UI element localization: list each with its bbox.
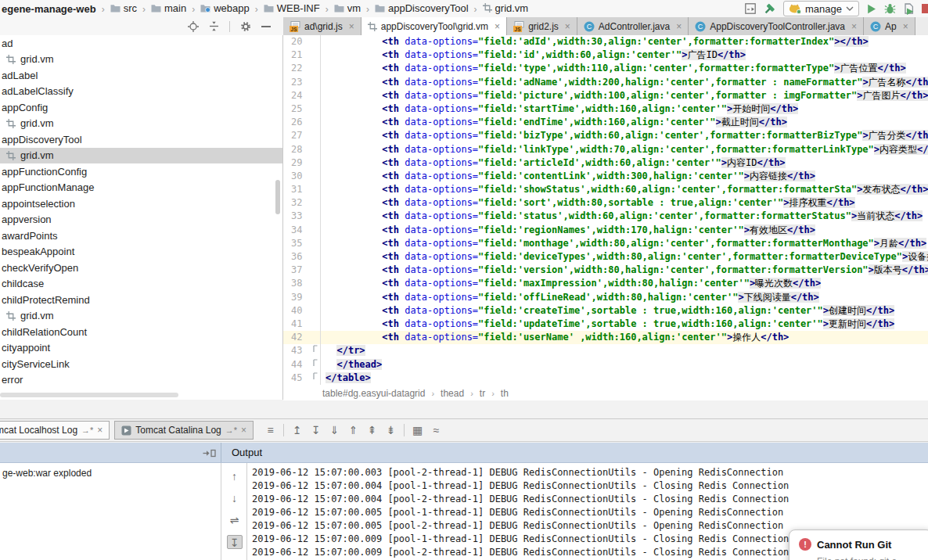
table-view-icon[interactable]: ▦ [412,424,423,436]
code-line[interactable]: 36 <th data-options="field:'deviceTypes'… [283,250,928,264]
tree-item-cityservicelink[interactable]: cityServiceLink [0,356,282,372]
stop-icon[interactable] [922,4,928,13]
code-line[interactable]: 40 <th data-options="field:'createTime',… [283,304,928,318]
editor-breadcrumb-item[interactable]: tr [480,388,485,399]
collapse-all-icon[interactable] [209,21,219,31]
code-line[interactable]: 28 <th data-options="field:'linkType',wi… [283,143,928,156]
run-icon[interactable] [867,4,876,14]
tree-item-adlabelclassify[interactable]: adLabelClassify [0,84,282,100]
tree-item-awardpoints[interactable]: awardPoints [0,228,282,244]
code-line[interactable]: 31 <th data-options="field:'showStatus',… [283,183,928,196]
run-panel-icon[interactable] [745,3,756,14]
tree-item-childrelationcount[interactable]: childRelationCount [0,324,282,340]
editor-tab[interactable]: JSad\grid.js× [283,17,361,35]
code-line[interactable]: 21 <th data-options="field:'id',width:60… [283,48,928,62]
tree-horizontal-scrollbar[interactable] [0,393,178,397]
soft-wraps-icon[interactable]: ≈ [430,424,442,436]
code-line[interactable]: 42 <th data-options="field:'userName' ,w… [283,331,928,344]
deploy-artifacts-panel[interactable]: ge-web:war exploded [0,463,221,560]
breadcrumb-item[interactable]: appDiscoveryTool [375,2,469,14]
fold-marker[interactable] [310,358,321,372]
editor-tab[interactable]: CAp× [864,17,915,35]
close-icon[interactable]: × [349,21,354,32]
code-line[interactable]: 20 <th data-options="field:'adId',width:… [283,35,928,48]
code-line[interactable]: 39 <th data-options="field:'offLineRead'… [283,291,928,304]
breadcrumb-item[interactable]: src [110,2,137,14]
code-line[interactable]: 37 <th data-options="field:'version',wid… [283,264,928,277]
editor-tab[interactable]: CAdController.java× [577,17,689,35]
code-line[interactable]: 27 <th data-options="field:'bizType',wid… [283,129,928,142]
tree-item-grid-vm[interactable]: grid.vm [0,308,282,325]
prev-occurrence-icon[interactable]: ↥ [291,424,303,436]
build-hammer-icon[interactable] [764,3,775,15]
soft-wrap-icon[interactable]: ⇌ [227,513,243,527]
locate-icon[interactable] [188,21,199,32]
hide-panel-icon[interactable] [261,22,271,31]
tree-vertical-scrollbar[interactable] [275,180,280,214]
code-line[interactable]: 34 <th data-options="field:'regionNames'… [283,224,928,237]
close-icon[interactable]: × [565,21,570,32]
tool-window-tab[interactable]: mcat Localhost Log→*× [0,421,110,440]
tree-item-cityappoint[interactable]: cityappoint [0,340,282,357]
fold-marker[interactable] [310,344,321,357]
tree-item-appfunctionconfig[interactable]: appFunctionConfig [0,163,282,180]
tool-window-tab[interactable]: Tomcat Catalina Log→*× [114,421,254,440]
breadcrumb-item[interactable]: WEB-INF [264,2,320,14]
close-icon[interactable]: × [903,21,908,32]
editor-tab[interactable]: appDiscoveryTool\grid.vm× [361,17,507,35]
close-icon[interactable]: × [851,21,857,32]
settings-gear-icon[interactable] [240,21,251,32]
code-line[interactable]: 32 <th data-options="field:'sort',width:… [283,196,928,210]
editor-breadcrumb-item[interactable]: thead [441,388,464,399]
code-line[interactable]: 41 <th data-options="field:'updateTime',… [283,318,928,331]
scroll-up-icon[interactable]: ↑ [227,469,243,483]
tree-item-childprotectremind[interactable]: childProtectRemind [0,292,282,308]
tree-item-error[interactable]: error [0,372,282,389]
close-icon[interactable]: × [495,21,500,32]
editor-tab[interactable]: CAppDiscoveryToolController.java× [689,17,864,35]
notification-popup[interactable]: ! Cannot Run Git File not found: git e [789,529,928,560]
code-line[interactable]: 26 <th data-options="field:'endTime',wid… [283,116,928,129]
close-icon[interactable]: × [676,21,682,32]
breadcrumb-item[interactable]: egene-manage-web [2,3,96,15]
code-line[interactable]: 33 <th data-options="field:'status',widt… [283,210,928,223]
tree-item-appconfig[interactable]: appConfig [0,99,282,116]
debug-icon[interactable] [884,3,896,14]
tree-item-adlabel[interactable]: adLabel [0,67,282,84]
code-line[interactable]: 29 <th data-options="field:'articleId',w… [283,156,928,170]
tree-item-grid-vm[interactable]: grid.vm [0,52,282,68]
code-line[interactable]: 35 <th data-options="field:'monthage',wi… [283,237,928,250]
coverage-icon[interactable] [904,3,914,15]
editor-breadcrumb-item[interactable]: th [501,388,509,399]
code-editor[interactable]: 20 <th data-options="field:'adId',width:… [283,35,928,386]
code-line[interactable]: 44 </thead> [283,358,928,372]
code-line[interactable]: 24 <th data-options="field:'picture',wid… [283,89,928,102]
code-line[interactable]: 23 <th data-options="field:'adName',widt… [283,76,928,89]
next-occurrence-icon[interactable]: ↧ [310,424,322,436]
code-line[interactable]: 30 <th data-options="field:'contentLink'… [283,170,928,183]
code-line[interactable]: 43 </tr> [283,344,928,357]
code-line[interactable]: 22 <th data-options="field:'type',width:… [283,62,928,75]
close-icon[interactable]: × [97,425,103,436]
editor-breadcrumb-item[interactable]: table#dg.easyui-datagrid [322,388,425,399]
tree-item-checkverifyopen[interactable]: checkVerifyOpen [0,260,282,276]
print-icon[interactable]: ⊟ [227,557,243,560]
run-configuration-select[interactable]: manage [783,1,859,16]
pin-icon[interactable] [203,448,216,460]
clear-caret-icon[interactable]: ⇟ [385,424,397,436]
tree-item-appointselection[interactable]: appointselection [0,196,282,212]
clear-marks-icon[interactable]: ⇞ [366,424,378,436]
fold-marker[interactable] [310,372,321,385]
tree-item-childcase[interactable]: childcase [0,276,282,293]
code-line[interactable]: 38 <th data-options="field:'maxImpressio… [283,277,928,290]
tree-item-appversion[interactable]: appversion [0,212,282,228]
scroll-up-icon[interactable]: ⇑ [347,424,359,436]
code-line[interactable]: 25 <th data-options="field:'startTime',w… [283,102,928,116]
scroll-down-icon[interactable]: ⇓ [329,424,340,436]
breadcrumb-item[interactable]: grid.vm [483,2,529,14]
scroll-to-end-icon[interactable]: ↧ [227,535,243,549]
breadcrumb-item[interactable]: webapp [200,2,250,14]
editor-tab[interactable]: JSgrid2.js× [507,17,577,35]
tree-item-grid-vm[interactable]: grid.vm [0,148,282,164]
tree-item-grid-vm[interactable]: grid.vm [0,116,282,132]
